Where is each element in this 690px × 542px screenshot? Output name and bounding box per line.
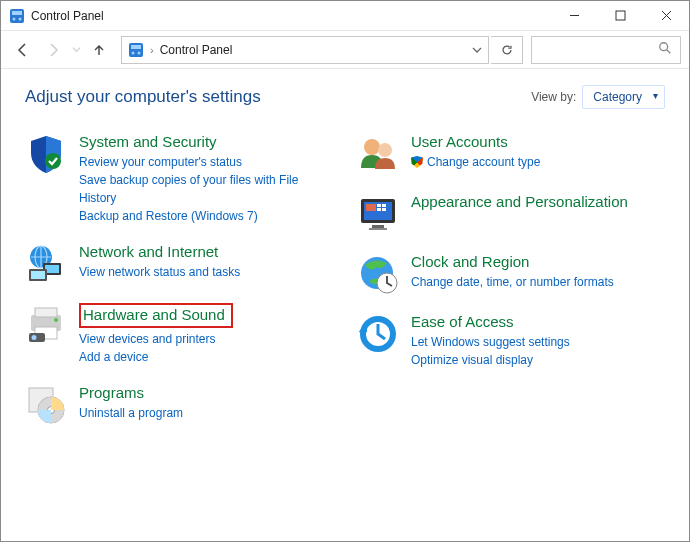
- view-by-control: View by: Category: [531, 85, 665, 109]
- svg-point-20: [54, 318, 58, 322]
- svg-rect-32: [377, 204, 381, 207]
- control-panel-icon: [128, 42, 144, 58]
- category-link[interactable]: Review your computer's status: [79, 153, 333, 171]
- view-by-label: View by:: [531, 90, 576, 104]
- svg-point-9: [660, 43, 668, 51]
- category-title[interactable]: Clock and Region: [411, 253, 665, 271]
- category-columns: System and Security Review your computer…: [25, 133, 665, 444]
- svg-rect-21: [29, 333, 45, 342]
- search-box[interactable]: [531, 36, 681, 64]
- back-button[interactable]: [9, 36, 37, 64]
- category-clock-region: Clock and Region Change date, time, or n…: [357, 253, 665, 295]
- svg-point-28: [378, 143, 392, 157]
- category-link[interactable]: Change date, time, or number formats: [411, 273, 665, 291]
- category-programs: Programs Uninstall a program: [25, 384, 333, 426]
- svg-rect-14: [45, 265, 59, 273]
- view-by-dropdown[interactable]: Category: [582, 85, 665, 109]
- category-link[interactable]: Let Windows suggest settings: [411, 333, 665, 351]
- page-header-row: Adjust your computer's settings View by:…: [25, 85, 665, 109]
- forward-button[interactable]: [39, 36, 67, 64]
- address-dropdown-button[interactable]: [468, 45, 486, 55]
- category-title[interactable]: Network and Internet: [79, 243, 333, 261]
- content-area: Adjust your computer's settings View by:…: [1, 69, 689, 541]
- svg-point-7: [132, 51, 135, 54]
- svg-rect-37: [369, 228, 387, 230]
- people-icon: [357, 133, 399, 175]
- category-link[interactable]: Backup and Restore (Windows 7): [79, 207, 333, 225]
- svg-rect-35: [382, 208, 386, 211]
- svg-rect-16: [31, 271, 45, 279]
- svg-rect-34: [377, 208, 381, 211]
- category-title[interactable]: Appearance and Personalization: [411, 193, 665, 211]
- category-link[interactable]: Uninstall a program: [79, 404, 333, 422]
- clock-globe-icon: [357, 253, 399, 295]
- category-system-security: System and Security Review your computer…: [25, 133, 333, 225]
- svg-point-2: [13, 17, 16, 20]
- category-hardware-sound: Hardware and Sound View devices and prin…: [25, 303, 333, 366]
- category-link[interactable]: View devices and printers: [79, 330, 333, 348]
- monitor-icon: [357, 193, 399, 235]
- category-ease-of-access: Ease of Access Let Windows suggest setti…: [357, 313, 665, 369]
- window-buttons: [551, 1, 689, 30]
- category-link[interactable]: Add a device: [79, 348, 333, 366]
- disc-icon: [25, 384, 67, 426]
- svg-point-10: [45, 153, 61, 169]
- category-title[interactable]: Ease of Access: [411, 313, 665, 331]
- control-panel-icon: [9, 8, 25, 24]
- address-bar[interactable]: › Control Panel: [121, 36, 489, 64]
- maximize-button[interactable]: [597, 1, 643, 30]
- window-frame: Control Panel: [0, 0, 690, 542]
- window-title: Control Panel: [31, 9, 551, 23]
- category-title[interactable]: System and Security: [79, 133, 333, 151]
- svg-point-8: [138, 51, 141, 54]
- svg-point-3: [19, 17, 22, 20]
- category-link[interactable]: Save backup copies of your files with Fi…: [79, 171, 333, 207]
- category-link[interactable]: View network status and tasks: [79, 263, 333, 281]
- svg-rect-4: [616, 11, 625, 20]
- right-column: User Accounts Change account type Appear…: [357, 133, 665, 444]
- page-title: Adjust your computer's settings: [25, 87, 261, 107]
- close-button[interactable]: [643, 1, 689, 30]
- refresh-button[interactable]: [491, 36, 523, 64]
- globe-network-icon: [25, 243, 67, 285]
- svg-rect-33: [382, 204, 386, 207]
- svg-rect-18: [35, 308, 57, 317]
- svg-rect-1: [12, 11, 22, 15]
- category-link[interactable]: Change account type: [411, 153, 665, 171]
- breadcrumb[interactable]: Control Panel: [160, 43, 462, 57]
- category-network-internet: Network and Internet View network status…: [25, 243, 333, 285]
- recent-dropdown-button[interactable]: [69, 36, 83, 64]
- titlebar: Control Panel: [1, 1, 689, 31]
- category-user-accounts: User Accounts Change account type: [357, 133, 665, 175]
- left-column: System and Security Review your computer…: [25, 133, 333, 444]
- printer-icon: [25, 303, 67, 345]
- category-link[interactable]: Optimize visual display: [411, 351, 665, 369]
- minimize-button[interactable]: [551, 1, 597, 30]
- ease-access-icon: [357, 313, 399, 355]
- svg-rect-6: [131, 45, 141, 49]
- svg-rect-36: [372, 225, 384, 228]
- svg-point-27: [364, 139, 380, 155]
- svg-rect-31: [366, 204, 376, 211]
- category-appearance-personalization: Appearance and Personalization: [357, 193, 665, 235]
- search-icon: [658, 41, 672, 58]
- category-title[interactable]: Programs: [79, 384, 333, 402]
- category-title[interactable]: Hardware and Sound: [79, 303, 233, 328]
- svg-point-22: [32, 335, 37, 340]
- shield-icon: [25, 133, 67, 175]
- breadcrumb-chevron-icon: ›: [150, 44, 154, 56]
- category-title[interactable]: User Accounts: [411, 133, 665, 151]
- up-button[interactable]: [85, 36, 113, 64]
- navbar: › Control Panel: [1, 31, 689, 69]
